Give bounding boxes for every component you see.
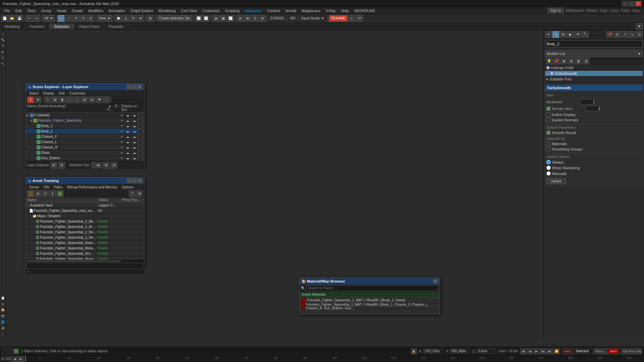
menu-views[interactable]: Views bbox=[54, 8, 69, 13]
at-row-img1[interactable]: 🖼 Futuristic_Fighter_Spaceship_2_BaseCol… bbox=[26, 219, 144, 224]
tab-populate[interactable]: Populate bbox=[104, 23, 128, 29]
ts-smoothing-check[interactable] bbox=[546, 147, 550, 151]
mod-light-bulb[interactable]: 💡 bbox=[546, 58, 552, 64]
render-elements-icon[interactable]: ⬚ bbox=[0, 331, 6, 337]
se-row-chassis-f[interactable]: Chassis_F 👁 ☁ ☁ bbox=[26, 134, 144, 139]
se-expand-all[interactable]: ⊞ bbox=[81, 97, 88, 103]
at-menu-server[interactable]: Server bbox=[27, 185, 41, 189]
edit-named-sel[interactable]: ⊟ bbox=[614, 31, 621, 38]
ts-smooth-check[interactable]: ✓ bbox=[546, 131, 550, 135]
goto-start-btn[interactable]: |◀ bbox=[520, 348, 526, 354]
set-key-btn[interactable]: Set K bbox=[607, 348, 620, 354]
mod-pin[interactable]: 📌 bbox=[553, 58, 560, 64]
at-row-img7[interactable]: 🖼 Futuristic_Fighter_Spaceship_Normal.pn… bbox=[26, 251, 144, 256]
select-region-button[interactable]: ⬚ bbox=[65, 15, 72, 22]
panel-restore[interactable]: □ bbox=[132, 84, 137, 89]
menu-content[interactable]: Content bbox=[264, 8, 283, 13]
select-object-button[interactable]: ↖ bbox=[58, 15, 64, 22]
ts-materials-check[interactable] bbox=[546, 142, 550, 146]
tab-selection[interactable]: Selection bbox=[49, 23, 74, 29]
spinner-snap[interactable]: ⊕ bbox=[137, 15, 144, 22]
se-row-chassis-l[interactable]: Chassis_L 👁 ☁ ☁ bbox=[26, 139, 144, 145]
hierarchy-panel-icon[interactable]: ⊞ bbox=[0, 43, 6, 49]
script-button[interactable]: </> bbox=[356, 15, 363, 22]
hierarchy-panel-btn[interactable]: ⊞ bbox=[560, 31, 567, 38]
selection-set-dropdown[interactable] bbox=[91, 162, 101, 168]
utilities-panel-icon[interactable]: 🔨 bbox=[0, 61, 6, 67]
tab-modeling[interactable]: Modeling bbox=[0, 23, 25, 29]
se-btn3[interactable]: ⊞ bbox=[103, 162, 109, 169]
at-search-input[interactable] bbox=[26, 263, 144, 269]
next-key-btn[interactable]: ⏩ bbox=[554, 348, 560, 354]
asset-tracking-titlebar[interactable]: 🗂 Asset Tracking — □ ✕ bbox=[26, 177, 144, 184]
ts-render-check[interactable]: ✓ bbox=[546, 107, 550, 111]
modify-panel-icon[interactable]: 🔧 bbox=[0, 37, 6, 43]
se-btn4[interactable]: ⊟ bbox=[111, 162, 117, 169]
expand-spaceship[interactable]: ▼ bbox=[30, 119, 33, 122]
motion-panel-icon[interactable]: ▶ bbox=[0, 49, 6, 55]
auto-key-btn[interactable]: Auto bbox=[562, 348, 573, 354]
mod-show-end[interactable]: ⊠ bbox=[560, 58, 567, 64]
ts-render-value[interactable]: 2 bbox=[585, 106, 602, 111]
panel-minimize[interactable]: — bbox=[127, 84, 131, 89]
mat-browser-close[interactable]: ✕ bbox=[433, 279, 438, 284]
se-row-chassis-r[interactable]: Chassis_R 👁 ☁ ☁ bbox=[26, 145, 144, 150]
frame-next-btn[interactable]: ▶ bbox=[18, 356, 24, 362]
tab-expand[interactable]: ▼ bbox=[636, 23, 643, 30]
align3[interactable]: ⊡ bbox=[252, 15, 258, 22]
material-editor-icon[interactable]: 🎨 bbox=[0, 307, 6, 313]
curve-editor-button[interactable]: 📈 bbox=[227, 15, 234, 22]
at-restore[interactable]: □ bbox=[132, 178, 137, 183]
select-children[interactable]: ↘ bbox=[629, 31, 635, 38]
se-row-glass[interactable]: Glass 👁 ☁ ☁ bbox=[26, 150, 144, 156]
reference-coord-dropdown[interactable]: View▼ bbox=[97, 15, 112, 22]
at-row-vault[interactable]: ⬚ Autodesk Vault Logged O... bbox=[26, 203, 144, 208]
percent-snap[interactable]: % bbox=[130, 15, 137, 22]
ts-always-radio[interactable] bbox=[546, 160, 551, 164]
se-check-gl[interactable] bbox=[138, 161, 143, 162]
sign-in-button[interactable]: Sign In bbox=[547, 8, 564, 13]
filter-btn[interactable]: Filters... bbox=[594, 348, 607, 354]
mod-remove[interactable]: 🗑 bbox=[575, 58, 582, 64]
se-row-body1[interactable]: Body_1 👁 ☁ ☁ bbox=[26, 123, 144, 129]
menu-graph-editors[interactable]: Graph Editors bbox=[128, 8, 156, 13]
se-check-g[interactable] bbox=[138, 150, 143, 155]
maximize-button[interactable]: □ bbox=[629, 1, 635, 6]
prev-frame-btn[interactable]: ◀ bbox=[527, 348, 533, 354]
mat-row-2[interactable]: Futuristic_Fighter_Spaceship_2_MAT ( VRa… bbox=[300, 303, 440, 309]
tab-freeform[interactable]: Freeform bbox=[25, 23, 50, 29]
se-menu-select[interactable]: Select bbox=[27, 91, 41, 96]
se-check-sp[interactable] bbox=[138, 118, 143, 123]
at-remove-btn[interactable]: ⊟ bbox=[35, 190, 41, 197]
se-menu-display[interactable]: Display bbox=[41, 91, 56, 96]
angle-snap[interactable]: ∠ bbox=[122, 15, 129, 22]
environment-icon[interactable]: 🌐 bbox=[0, 319, 6, 325]
expand-default[interactable]: ▶ bbox=[26, 114, 30, 117]
at-help-btn[interactable]: ? bbox=[129, 190, 136, 197]
mod-turbosmooth[interactable]: ▶ TurboSmooth bbox=[545, 71, 643, 76]
at-row-maxfile[interactable]: 📄 Futuristic_Fighter_Spaceship_max_vray.… bbox=[26, 208, 144, 214]
utilities-panel-btn[interactable]: 🔨 bbox=[582, 31, 589, 38]
menu-create[interactable]: Create bbox=[69, 8, 86, 13]
se-sync[interactable]: ↕ bbox=[103, 97, 110, 103]
mod-unwrap-uvw[interactable]: Unwrap UVW bbox=[545, 65, 643, 71]
close-button[interactable]: ✕ bbox=[635, 1, 641, 6]
at-vault-btn[interactable]: ⬚ bbox=[27, 190, 34, 197]
se-move-up[interactable]: ↑ bbox=[66, 97, 73, 103]
se-check-b1[interactable] bbox=[138, 124, 143, 128]
menu-rendering[interactable]: Rendering bbox=[156, 8, 178, 13]
modifier-list-dropdown[interactable]: Modifier List ▼ bbox=[545, 50, 643, 57]
ts-update-btn[interactable]: Update bbox=[546, 178, 566, 184]
at-menu-bitmap[interactable]: Bitmap Performance and Memory bbox=[65, 185, 119, 189]
at-row-img4[interactable]: 🖼 Futuristic_Fighter_Spaceship_2_Roughne… bbox=[26, 235, 144, 240]
menu-animation[interactable]: Animation bbox=[106, 8, 128, 13]
menu-tools[interactable]: Tools bbox=[24, 8, 39, 13]
minimize-button[interactable]: — bbox=[622, 1, 628, 6]
redo-button[interactable]: ↪ bbox=[33, 15, 40, 22]
align4[interactable]: ⊞ bbox=[259, 15, 266, 22]
move-button[interactable]: ✛ bbox=[72, 15, 79, 22]
menu-help[interactable]: Help bbox=[338, 8, 352, 13]
layers-button[interactable]: ▤ bbox=[212, 15, 219, 22]
se-close-btn[interactable]: ✕ bbox=[27, 97, 34, 103]
se-check-b2[interactable] bbox=[138, 129, 143, 134]
